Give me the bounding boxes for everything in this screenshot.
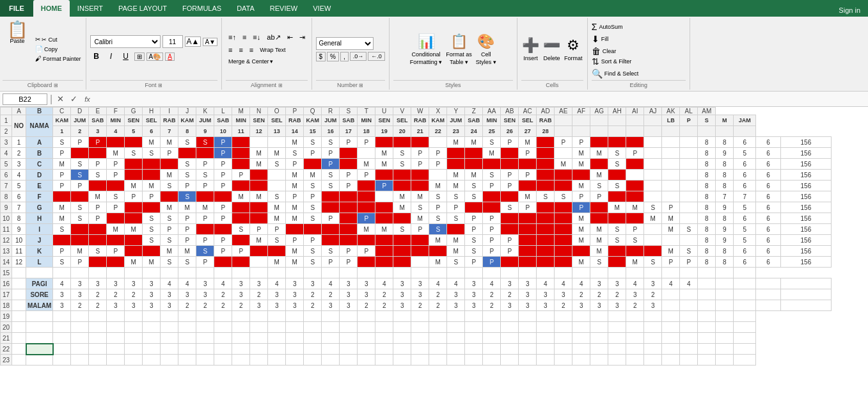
formula-input[interactable] (95, 93, 865, 105)
table-cell[interactable] (71, 344, 89, 355)
table-cell[interactable] (286, 333, 304, 344)
table-cell[interactable] (161, 311, 178, 322)
row-header[interactable]: 17 (1, 289, 12, 300)
table-cell[interactable]: 6 (756, 224, 781, 235)
sign-in-button[interactable]: Sign in (831, 4, 868, 17)
table-cell[interactable]: H (26, 213, 53, 224)
table-cell[interactable]: P (340, 181, 358, 191)
table-cell[interactable]: P (411, 159, 429, 170)
table-cell[interactable] (89, 224, 107, 235)
table-cell[interactable] (340, 311, 358, 322)
table-cell[interactable] (71, 355, 89, 366)
table-cell[interactable]: P (465, 213, 483, 224)
table-cell[interactable]: P (358, 213, 375, 224)
table-cell[interactable] (680, 159, 698, 170)
table-cell[interactable] (734, 322, 756, 333)
table-cell[interactable]: P (322, 159, 340, 170)
table-cell[interactable] (626, 191, 644, 202)
table-cell[interactable] (608, 126, 626, 137)
table-cell[interactable]: 3 (358, 289, 375, 300)
table-cell[interactable] (358, 268, 375, 278)
table-cell[interactable] (680, 268, 698, 278)
table-cell[interactable]: S (161, 181, 178, 191)
table-cell[interactable]: S (322, 246, 340, 257)
table-cell[interactable]: M (358, 224, 375, 235)
table-cell[interactable]: S (71, 159, 89, 170)
table-cell[interactable] (304, 268, 322, 278)
table-cell[interactable] (608, 344, 626, 355)
table-cell[interactable]: L (26, 257, 53, 268)
table-cell[interactable] (393, 181, 411, 191)
table-cell[interactable]: P (429, 148, 447, 159)
table-cell[interactable]: P (107, 246, 125, 257)
table-cell[interactable]: S (465, 246, 483, 257)
table-cell[interactable]: 5 (734, 224, 756, 235)
table-cell[interactable] (12, 311, 26, 322)
table-cell[interactable] (519, 268, 537, 278)
table-cell[interactable] (232, 181, 250, 191)
table-cell[interactable]: P (447, 202, 465, 213)
table-cell[interactable]: 3 (161, 300, 178, 311)
table-cell[interactable] (232, 311, 250, 322)
table-cell[interactable]: 3 (143, 300, 161, 311)
table-cell[interactable] (608, 257, 626, 268)
table-cell[interactable]: P (196, 213, 214, 224)
table-cell[interactable]: 6 (756, 191, 781, 202)
tab-review[interactable]: REVIEW (262, 0, 305, 17)
table-cell[interactable]: M (178, 246, 196, 257)
table-cell[interactable]: 6 (756, 202, 781, 213)
table-cell[interactable]: S (429, 213, 447, 224)
table-cell[interactable] (429, 333, 447, 344)
table-cell[interactable] (447, 224, 465, 235)
table-cell[interactable] (537, 224, 555, 235)
table-cell[interactable]: 4 (626, 278, 644, 289)
table-cell[interactable]: M (161, 137, 178, 148)
table-cell[interactable] (698, 278, 716, 289)
font-size-input[interactable] (162, 35, 183, 48)
table-cell[interactable]: RAB (537, 115, 555, 126)
table-cell[interactable] (143, 322, 161, 333)
table-cell[interactable]: 3 (268, 300, 286, 311)
table-cell[interactable]: P (214, 202, 232, 213)
table-cell[interactable] (680, 300, 698, 311)
autosum-button[interactable]: Σ AutoSum (592, 22, 686, 32)
table-cell[interactable]: 7 (716, 191, 734, 202)
table-cell[interactable]: M (465, 170, 483, 181)
table-cell[interactable] (555, 126, 572, 137)
table-cell[interactable] (26, 322, 53, 333)
table-cell[interactable] (465, 159, 483, 170)
table-cell[interactable] (555, 213, 572, 224)
table-cell[interactable]: M (304, 170, 322, 181)
spreadsheet-wrapper[interactable]: A B C D E F G H I J K L M N O P Q R S T (0, 107, 868, 418)
table-cell[interactable] (411, 170, 429, 181)
table-cell[interactable] (125, 333, 143, 344)
table-cell[interactable]: SAB (89, 115, 107, 126)
table-cell[interactable] (483, 202, 501, 213)
table-cell[interactable] (12, 322, 26, 333)
table-cell[interactable] (89, 257, 107, 268)
table-cell[interactable]: S (393, 159, 411, 170)
table-cell[interactable] (662, 159, 680, 170)
cut-button[interactable]: ✂ ✂ Cut (33, 35, 83, 44)
table-cell[interactable]: M (178, 202, 196, 213)
table-cell[interactable]: M (250, 159, 268, 170)
table-cell[interactable] (537, 170, 555, 181)
table-cell[interactable] (232, 159, 250, 170)
table-cell[interactable] (143, 159, 161, 170)
table-cell[interactable] (178, 344, 196, 355)
table-cell[interactable]: F (26, 191, 53, 202)
table-cell[interactable]: S (483, 170, 501, 181)
table-cell[interactable] (107, 344, 125, 355)
table-cell[interactable]: 2 (483, 289, 501, 300)
tab-page-layout[interactable]: PAGE LAYOUT (111, 0, 175, 17)
table-cell[interactable]: M (608, 202, 626, 213)
table-cell[interactable]: S (286, 148, 304, 159)
table-cell[interactable]: P (483, 213, 501, 224)
table-cell[interactable] (107, 257, 125, 268)
table-cell[interactable]: M (447, 235, 465, 246)
table-cell[interactable]: M (286, 181, 304, 191)
table-cell[interactable]: SORE (26, 289, 53, 300)
table-cell[interactable] (358, 181, 375, 191)
table-cell[interactable] (411, 322, 429, 333)
table-cell[interactable] (161, 344, 178, 355)
